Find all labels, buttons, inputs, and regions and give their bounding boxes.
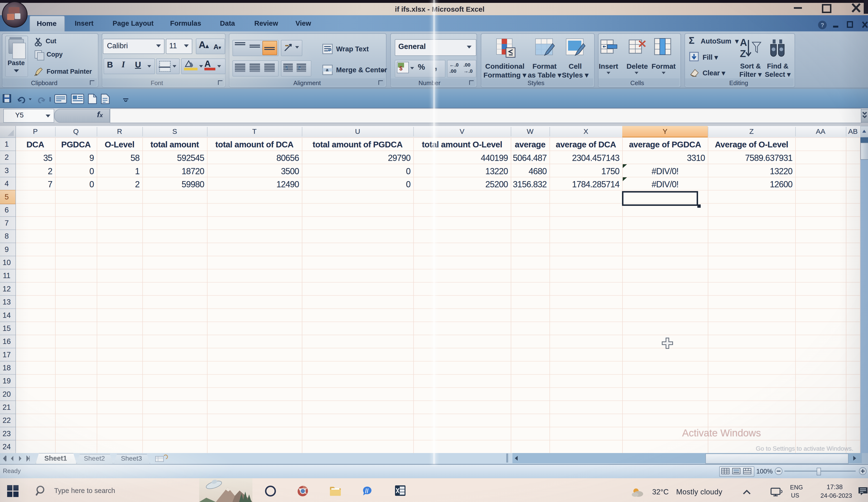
svg-text:Z: Z [740, 48, 746, 59]
svg-text:a: a [326, 67, 329, 72]
svg-text://: // [365, 487, 369, 494]
svg-text:A: A [740, 37, 747, 48]
